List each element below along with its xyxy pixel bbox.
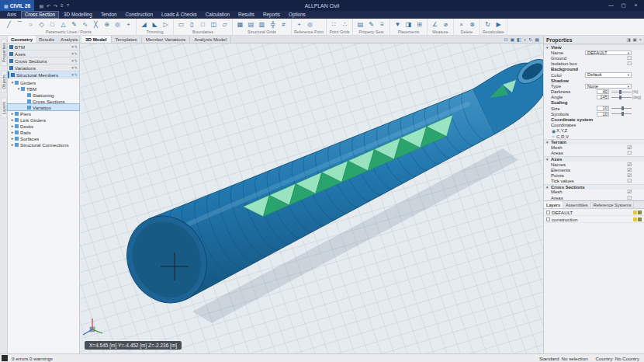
ribbon-tool-icon[interactable]: ▥ xyxy=(257,19,267,30)
ribbon-tool-icon[interactable]: ▤ xyxy=(355,19,365,30)
ribbon-tool-icon[interactable]: + xyxy=(294,19,304,30)
navigation-tab[interactable]: Analysis xyxy=(57,36,81,43)
property-value[interactable]: 10 xyxy=(597,112,609,117)
ribbon-tool-icon[interactable]: ◎ xyxy=(113,19,123,30)
ribbon-tool-icon[interactable]: ╱ xyxy=(4,19,14,30)
slider-track[interactable] xyxy=(611,92,632,92)
view-tool-icon[interactable]: + xyxy=(524,36,527,44)
property-row[interactable]: Areas ☐ xyxy=(544,151,644,156)
ribbon-tool-icon[interactable]: ∷ xyxy=(329,19,339,30)
property-row[interactable]: Shadow xyxy=(544,78,644,83)
dropdown-icon[interactable]: ▾ xyxy=(71,51,74,56)
ribbon-tool-icon[interactable]: ▶ xyxy=(493,19,504,30)
property-value[interactable]: None xyxy=(585,84,632,89)
ribbon-tool-icon[interactable]: ◨ xyxy=(403,19,414,30)
ribbon-tool-icon[interactable]: ⊞ xyxy=(414,19,424,30)
menu-item[interactable]: Loads & Checks xyxy=(158,11,201,19)
navigation-section-header[interactable]: BTM ▾ ✎ xyxy=(8,44,79,50)
ribbon-tool-icon[interactable]: ▼ xyxy=(393,19,403,30)
ribbon-tool-icon[interactable]: □ xyxy=(198,19,208,30)
menu-item[interactable]: Construction xyxy=(122,11,157,19)
menu-item[interactable]: Axis xyxy=(3,11,20,19)
properties-header-icon[interactable]: × xyxy=(639,37,642,42)
menu-item[interactable]: Options xyxy=(285,11,310,19)
ribbon-tool-icon[interactable]: ▤ xyxy=(246,19,256,30)
ribbon-tool-icon[interactable]: ○ xyxy=(26,19,36,30)
property-value[interactable]: 10 xyxy=(597,106,609,110)
property-row[interactable]: Darkness 40 [%] xyxy=(544,89,644,95)
quick-access-icon[interactable]: ↶ xyxy=(47,3,50,9)
ribbon-tool-icon[interactable]: × xyxy=(456,19,466,30)
ribbon-tool-icon[interactable]: ✎ xyxy=(69,19,79,30)
property-value[interactable]: Default xyxy=(585,72,632,77)
ribbon-tool-icon[interactable]: ◣ xyxy=(150,19,160,30)
dropdown-icon[interactable]: ▾ xyxy=(71,58,74,63)
menu-item[interactable]: Cross Section xyxy=(21,11,59,19)
ribbon-tool-icon[interactable]: ▷ xyxy=(161,19,171,30)
dropdown-icon[interactable]: ▾ xyxy=(71,44,74,49)
quick-access-icon[interactable]: ▤ xyxy=(39,3,43,9)
slider-track[interactable] xyxy=(611,113,632,114)
property-row[interactable]: Color Default xyxy=(544,72,644,78)
viewport-tab[interactable]: 3D Model xyxy=(81,36,112,43)
window-control-icon[interactable]: — xyxy=(608,2,615,9)
property-value[interactable]: 145 xyxy=(597,95,609,99)
tree-item[interactable]: ▸ Link Girders xyxy=(8,117,79,123)
view-tool-icon[interactable]: ◧ xyxy=(517,36,521,44)
edit-icon[interactable]: ✎ xyxy=(74,58,78,63)
property-row[interactable]: Scaling xyxy=(544,100,644,106)
view-tool-icon[interactable]: ▦ xyxy=(535,36,539,44)
layers-tab[interactable]: Layers xyxy=(544,201,563,208)
slider-track[interactable] xyxy=(611,97,632,98)
ribbon-tool-icon[interactable]: ◫ xyxy=(209,19,219,30)
menu-item[interactable]: 3D Modelling xyxy=(60,11,96,19)
quick-access-icon[interactable]: ↷ xyxy=(54,3,57,9)
ribbon-tool-icon[interactable]: ▦ xyxy=(235,19,245,30)
ribbon-tool-icon[interactable]: ▭ xyxy=(176,19,186,30)
property-row[interactable]: ◉ X,Y,Z xyxy=(544,128,644,134)
dropdown-icon[interactable]: ▾ xyxy=(71,72,74,77)
view-tool-icon[interactable]: ↻ xyxy=(528,36,532,44)
palette-side-tab[interactable]: Objects xyxy=(1,71,7,93)
edit-icon[interactable]: ✎ xyxy=(74,72,78,77)
viewport-tab[interactable]: Member Variations xyxy=(142,36,190,43)
quick-access-icon[interactable]: ≡ xyxy=(61,3,64,9)
layer-checkbox[interactable] xyxy=(546,211,550,214)
layer-checkbox[interactable] xyxy=(546,218,550,221)
property-value[interactable]: DEFAULT xyxy=(585,50,632,55)
tree-item[interactable]: Cross Sections xyxy=(8,98,79,104)
ribbon-tool-icon[interactable]: ◎ xyxy=(305,19,315,30)
dropdown-icon[interactable]: ▾ xyxy=(71,65,74,70)
property-value[interactable]: ☐ xyxy=(627,61,632,67)
viewport-tab[interactable]: Analysis Model xyxy=(190,36,231,43)
layers-tab[interactable]: Assemblies xyxy=(563,201,591,208)
ribbon-tool-icon[interactable]: + xyxy=(123,19,133,30)
slider-track[interactable] xyxy=(611,108,632,109)
property-value[interactable]: 40 xyxy=(597,89,609,94)
palette-side-tab[interactable]: Properties xyxy=(1,39,7,66)
navigation-section-header[interactable]: Axes ▾ ✎ xyxy=(8,50,79,57)
ribbon-tool-icon[interactable]: △ xyxy=(58,19,68,30)
tree-item[interactable]: ▸ Decks xyxy=(8,123,79,129)
ribbon-tool-icon[interactable]: ∠ xyxy=(430,19,440,30)
ribbon-tool-icon[interactable]: ✎ xyxy=(366,19,376,30)
tree-item[interactable]: ▾ TBM xyxy=(8,85,79,92)
property-row[interactable]: Background xyxy=(544,67,644,72)
property-row[interactable]: Angle 145 [deg] xyxy=(544,95,644,100)
properties-header-icon[interactable]: ▣ xyxy=(633,37,637,42)
window-control-icon[interactable]: × xyxy=(632,2,639,9)
property-row[interactable]: Size 10 xyxy=(544,106,644,111)
tree-item[interactable]: ▸ Surfaces xyxy=(8,135,79,141)
tree-item[interactable]: ▸ Piers xyxy=(8,110,79,117)
property-row[interactable]: Coordinates xyxy=(544,123,644,128)
navigation-section-header[interactable]: Variations ▾ ✎ xyxy=(8,64,79,71)
navigation-tab[interactable]: Geometry xyxy=(8,36,36,43)
ribbon-tool-icon[interactable]: ⌒ xyxy=(15,19,25,30)
menu-item[interactable]: Results xyxy=(234,11,258,19)
property-row[interactable]: Tick values ☐ xyxy=(544,179,644,184)
menu-item[interactable]: Tendon xyxy=(97,11,121,19)
window-control-icon[interactable]: ▢ xyxy=(620,2,627,9)
ribbon-tool-icon[interactable]: □ xyxy=(47,19,57,30)
tree-item[interactable]: ▸ Structural Connections xyxy=(8,141,79,148)
ribbon-tool-icon[interactable]: ≡ xyxy=(377,19,387,30)
